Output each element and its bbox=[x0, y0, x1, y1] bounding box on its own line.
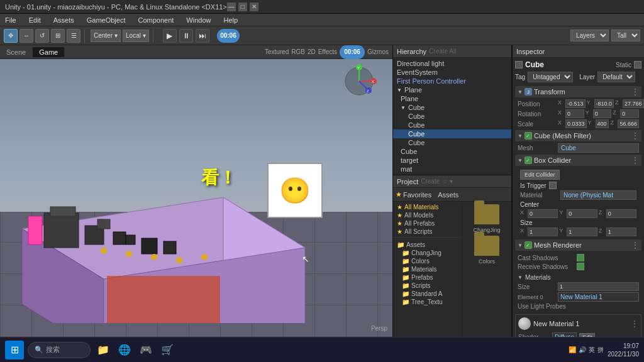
pause-button[interactable]: ⏸ bbox=[179, 29, 193, 43]
shader-edit-button[interactable]: Edit bbox=[579, 333, 596, 337]
object-name[interactable]: Cube bbox=[525, 60, 613, 69]
hierarchy-item-cube-parent[interactable]: ▼ Cube bbox=[393, 103, 511, 112]
scale-z[interactable]: 56.666 bbox=[618, 119, 639, 128]
position-x[interactable]: -0.513 bbox=[565, 99, 586, 108]
receive-shadows-check[interactable] bbox=[577, 263, 584, 270]
project-item-all-prefabs[interactable]: ★ All Prefabs bbox=[393, 219, 462, 228]
element-value[interactable]: New Material 1 bbox=[558, 292, 639, 302]
hierarchy-item-eventsystem[interactable]: EventSystem bbox=[393, 68, 511, 77]
maximize-button[interactable]: □ bbox=[238, 3, 247, 11]
layout-dropdown[interactable]: Tall bbox=[611, 30, 640, 41]
project-item-standarda[interactable]: 📁 Standard A bbox=[393, 290, 462, 298]
changjing-folder-large[interactable] bbox=[474, 204, 499, 224]
taskbar-unity-icon[interactable]: 🎮 bbox=[137, 341, 155, 359]
move-tool[interactable]: ↔ bbox=[19, 29, 33, 43]
project-item-colors[interactable]: 📁 Colors bbox=[393, 257, 462, 265]
transform-header[interactable]: ▼ J Transform ⋮ bbox=[515, 86, 641, 97]
hierarchy-item-cube-4[interactable]: Cube bbox=[393, 138, 511, 147]
box-collider-header[interactable]: ▼ ✓ Box Collider ⋮ bbox=[515, 155, 641, 166]
hierarchy-item-mat[interactable]: mat bbox=[393, 165, 511, 173]
cast-shadows-check[interactable] bbox=[577, 254, 584, 261]
scale-tool[interactable]: ⊞ bbox=[51, 29, 65, 43]
project-item-prefabs[interactable]: 📁 Prefabs bbox=[393, 273, 462, 282]
hierarchy-item-plane-child[interactable]: Plane bbox=[393, 94, 511, 103]
size-y[interactable]: 1 bbox=[567, 228, 597, 236]
static-checkbox[interactable] bbox=[634, 61, 641, 69]
hierarchy-title: Hierarchy bbox=[397, 48, 426, 55]
gizmos-label[interactable]: Gizmos bbox=[367, 48, 389, 55]
menu-file[interactable]: File bbox=[3, 16, 19, 24]
hierarchy-item-plane-root[interactable]: ▼ Plane bbox=[393, 85, 511, 94]
pivot-dropdown[interactable]: Center ▾ bbox=[91, 30, 121, 42]
position-z[interactable]: 27.766 bbox=[623, 99, 644, 108]
hierarchy-item-target[interactable]: target bbox=[393, 156, 511, 165]
hierarchy-item-fps-controller[interactable]: First Person Controller bbox=[393, 77, 511, 85]
project-create-label[interactable]: Create bbox=[421, 178, 440, 185]
project-item-changjing[interactable]: 📁 ChangJing bbox=[393, 249, 462, 257]
hierarchy-item-cube-3-selected[interactable]: Cube bbox=[393, 129, 511, 138]
layers-dropdown[interactable]: Layers bbox=[570, 30, 609, 41]
size-z[interactable]: 1 bbox=[606, 228, 636, 236]
scale-y[interactable]: 400 bbox=[596, 119, 609, 128]
hand-tool[interactable]: ✥ bbox=[4, 29, 18, 43]
box-collider-menu[interactable]: ⋮ bbox=[631, 156, 639, 165]
rotation-y[interactable]: 0 bbox=[593, 109, 612, 118]
rotation-z[interactable]: 0 bbox=[620, 109, 639, 118]
close-button[interactable]: ✕ bbox=[250, 3, 258, 11]
tab-game[interactable]: Game bbox=[33, 47, 65, 57]
material-menu[interactable]: ⋮ bbox=[631, 319, 638, 328]
menu-assets[interactable]: Assets bbox=[51, 16, 77, 24]
tab-scene[interactable]: Scene bbox=[0, 47, 33, 57]
mesh-filter-menu[interactable]: ⋮ bbox=[631, 131, 639, 140]
layer-dropdown[interactable]: Default bbox=[597, 72, 635, 82]
menu-gameobject[interactable]: GameObject bbox=[84, 16, 128, 24]
rotation-x[interactable]: 0 bbox=[565, 109, 584, 118]
tag-dropdown[interactable]: Untagged bbox=[528, 72, 573, 82]
project-item-assets-root[interactable]: 📁 Assets bbox=[393, 241, 462, 249]
taskbar: ⊞ 🔍 搜索 📁 🌐 🎮 🛒 📶 🔊 英 拼 19:07 2022/11/30 bbox=[0, 337, 644, 362]
hierarchy-item-cube-1[interactable]: Cube bbox=[393, 112, 511, 121]
mesh-renderer-header[interactable]: ▼ ✓ Mesh Renderer ⋮ bbox=[515, 239, 641, 251]
mesh-value[interactable]: Cube bbox=[558, 143, 639, 153]
transform-menu[interactable]: ⋮ bbox=[631, 87, 639, 96]
hierarchy-item-cube-sibling[interactable]: Cube bbox=[393, 147, 511, 156]
mesh-filter-header[interactable]: ▼ ✓ Cube (Mesh Filter) ⋮ bbox=[515, 130, 641, 141]
project-item-all-scripts[interactable]: ★ All Scripts bbox=[393, 228, 462, 236]
project-item-treetextu[interactable]: 📁 Tree_Textu bbox=[393, 298, 462, 306]
rect-tool[interactable]: ☰ bbox=[67, 29, 80, 43]
size-x[interactable]: 1 bbox=[528, 228, 558, 236]
start-button[interactable]: ⊞ bbox=[5, 341, 24, 359]
position-y[interactable]: -810.0 bbox=[594, 99, 614, 108]
center-x[interactable]: 0 bbox=[528, 209, 558, 218]
hierarchy-item-cube-2[interactable]: Cube bbox=[393, 121, 511, 129]
step-button[interactable]: ⏭ bbox=[196, 29, 209, 43]
hierarchy-item-directional-light[interactable]: Directional light bbox=[393, 59, 511, 68]
taskbar-edge[interactable]: 🌐 bbox=[116, 341, 133, 359]
colors-folder-large[interactable] bbox=[474, 236, 499, 256]
minimize-button[interactable]: — bbox=[227, 3, 236, 11]
taskbar-search[interactable]: 🔍 搜索 bbox=[28, 342, 91, 358]
material-value[interactable]: None (Physic Mat bbox=[560, 190, 636, 200]
menu-window[interactable]: Window bbox=[184, 16, 213, 24]
edit-collider-button[interactable]: Edit Collider bbox=[520, 170, 560, 180]
project-item-scripts[interactable]: 📁 Scripts bbox=[393, 282, 462, 290]
space-dropdown[interactable]: Local ▾ bbox=[123, 30, 149, 42]
play-button[interactable]: ▶ bbox=[163, 29, 177, 43]
object-active-checkbox[interactable] bbox=[515, 61, 523, 69]
mesh-renderer-menu[interactable]: ⋮ bbox=[631, 241, 639, 250]
menu-component[interactable]: Component bbox=[135, 16, 176, 24]
is-trigger-checkbox[interactable] bbox=[549, 182, 557, 189]
rotate-tool[interactable]: ↺ bbox=[35, 29, 49, 43]
taskbar-file-explorer[interactable]: 📁 bbox=[94, 341, 112, 359]
menu-help[interactable]: Help bbox=[221, 16, 240, 24]
project-item-materials[interactable]: 📁 Materials bbox=[393, 265, 462, 273]
scale-x[interactable]: 0.0333 bbox=[565, 119, 587, 128]
project-item-all-models[interactable]: ★ All Models bbox=[393, 211, 462, 219]
center-y[interactable]: 0 bbox=[567, 209, 597, 218]
mat-size-value[interactable]: 1 bbox=[558, 282, 639, 291]
taskbar-store[interactable]: 🛒 bbox=[158, 341, 176, 359]
project-item-all-materials[interactable]: ★ All Materials bbox=[393, 203, 462, 211]
center-z[interactable]: 0 bbox=[606, 209, 636, 218]
menu-edit[interactable]: Edit bbox=[26, 16, 43, 24]
shader-value[interactable]: Diffuse bbox=[552, 332, 577, 337]
